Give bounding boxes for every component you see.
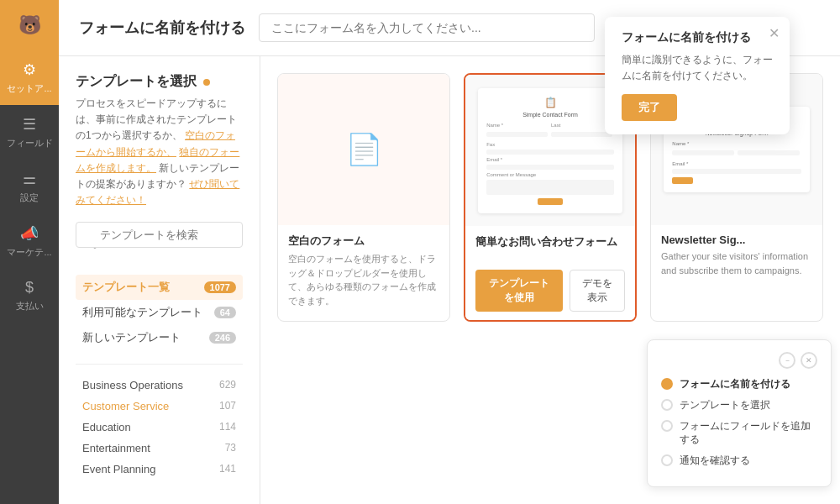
category-customer-service-label: Customer Service <box>82 400 169 412</box>
category-event-planning-label: Event Planning <box>82 463 155 475</box>
marketing-icon: 📣 <box>20 224 39 243</box>
filter-list: テンプレート一覧 1077 利用可能なテンプレート 64 新しいテンプレート 2… <box>76 275 243 350</box>
filter-new-count: 246 <box>209 332 236 344</box>
sidebar-item-label: 設定 <box>20 192 39 204</box>
blank-form-icon: 📄 <box>345 132 383 167</box>
tooltip-description: 簡単に識別できるように、フォームに名前を付けてください。 <box>622 52 773 84</box>
filter-all-count: 1077 <box>204 281 236 293</box>
blank-desc: 空白のフォームを使用すると、ドラッグ＆ドロップビルダーを使用して、あらゆる種類の… <box>288 252 439 307</box>
mini-form: 📋 Simple Contact Form Name * Last Fax Em <box>478 88 622 213</box>
section-description: プロセスをスピードアップするには、事前に作成されたテンプレートの1つから選択する… <box>76 96 243 208</box>
contact-info: 簡単なお問い合わせフォーム <box>465 226 635 261</box>
contact-actions: テンプレートを使用 デモを表示 <box>465 261 635 320</box>
filter-available-count: 64 <box>214 307 236 318</box>
search-wrapper: 🔍 <box>76 222 243 261</box>
progress-label-2: テンプレートを選択 <box>680 398 770 412</box>
mini-form-icon: 📋 <box>486 97 614 108</box>
progress-radio-2 <box>661 399 673 411</box>
sidebar: 🐻 ⚙ セットア... ☰ フィールド ⚌ 設定 📣 マーケテ... $ 支払い <box>0 0 59 504</box>
category-education-label: Education <box>82 421 131 433</box>
section-title: テンプレートを選択 <box>76 73 243 91</box>
progress-step-2: テンプレートを選択 <box>661 398 817 412</box>
page-title: フォームに名前を付ける <box>79 18 245 38</box>
section-title-text: テンプレートを選択 <box>76 73 197 91</box>
progress-radio-3 <box>661 420 673 432</box>
progress-step-4: 通知を確認する <box>661 454 817 468</box>
category-customer-service-count: 107 <box>219 400 236 412</box>
category-business[interactable]: Business Operations 629 <box>76 375 243 396</box>
progress-actions: － ✕ <box>779 352 817 369</box>
contact-name: 簡単なお問い合わせフォーム <box>475 234 625 249</box>
settings-icon: ⚌ <box>23 170 36 188</box>
filter-new-label: 新しいテンプレート <box>82 330 181 345</box>
tooltip-popup: ✕ フォームに名前を付ける 簡単に識別できるように、フォームに名前を付けてくださ… <box>605 17 790 134</box>
newsletter-info: Newsletter Sig... Gather your site visit… <box>651 225 822 286</box>
setup-icon: ⚙ <box>23 60 36 79</box>
progress-close[interactable]: ✕ <box>801 352 817 369</box>
progress-minimize[interactable]: － <box>779 352 795 369</box>
category-entertainment-count: 73 <box>225 442 236 454</box>
progress-step-1: フォームに名前を付ける <box>661 377 817 391</box>
category-education[interactable]: Education 114 <box>76 417 243 438</box>
tooltip-title: フォームに名前を付ける <box>622 30 773 45</box>
category-education-count: 114 <box>219 421 236 433</box>
form-name-input[interactable] <box>259 13 595 42</box>
complete-button[interactable]: 完了 <box>622 94 677 121</box>
sidebar-item-setup[interactable]: ⚙ セットア... <box>0 50 59 105</box>
filter-available-label: 利用可能なテンプレート <box>82 305 202 320</box>
filter-available[interactable]: 利用可能なテンプレート 64 <box>76 300 243 325</box>
progress-label-3: フォームにフィールドを追加する <box>680 419 817 448</box>
progress-radio-4 <box>661 454 673 466</box>
category-business-count: 629 <box>219 379 236 391</box>
progress-panel: － ✕ フォームに名前を付ける テンプレートを選択 フォームにフィールドを追加す… <box>647 339 832 487</box>
fields-icon: ☰ <box>23 115 36 134</box>
sidebar-item-settings[interactable]: ⚌ 設定 <box>0 160 59 214</box>
category-list: Business Operations 629 Customer Service… <box>76 364 243 480</box>
progress-radio-1 <box>661 378 673 390</box>
progress-header: － ✕ <box>661 352 817 369</box>
newsletter-name: Newsletter Sig... <box>661 234 812 246</box>
close-icon[interactable]: ✕ <box>769 25 780 41</box>
template-blank[interactable]: 📄 空白のフォーム 空白のフォームを使用すると、ドラッグ＆ドロップビルダーを使用… <box>277 73 450 322</box>
app-logo: 🐻 <box>0 0 59 50</box>
sidebar-item-marketing[interactable]: 📣 マーケテ... <box>0 214 59 269</box>
sidebar-item-fields[interactable]: ☰ フィールド <box>0 105 59 160</box>
blank-preview: 📄 <box>278 74 449 225</box>
sidebar-item-label: マーケテ... <box>7 246 51 259</box>
search-input[interactable] <box>76 222 243 248</box>
sidebar-item-label: セットア... <box>7 82 51 95</box>
newsletter-desc: Gather your site visitors' information a… <box>661 249 812 277</box>
payment-icon: $ <box>25 279 34 297</box>
sidebar-item-label: フィールド <box>7 137 53 150</box>
sidebar-item-payment[interactable]: $ 支払い <box>0 269 59 323</box>
section-dot <box>203 79 210 86</box>
sidebar-item-label: 支払い <box>16 300 44 312</box>
category-business-label: Business Operations <box>82 379 183 391</box>
category-customer-service[interactable]: Customer Service 107 <box>76 396 243 417</box>
blank-name: 空白のフォーム <box>288 234 439 249</box>
mini-form-title: Simple Contact Form <box>486 112 614 118</box>
left-panel: テンプレートを選択 プロセスをスピードアップするには、事前に作成されたテンプレー… <box>59 56 260 504</box>
blank-info: 空白のフォーム 空白のフォームを使用すると、ドラッグ＆ドロップビルダーを使用して… <box>278 225 449 316</box>
filter-all[interactable]: テンプレート一覧 1077 <box>76 275 243 300</box>
filter-new[interactable]: 新しいテンプレート 246 <box>76 325 243 350</box>
category-event-planning-count: 141 <box>219 463 236 475</box>
progress-step-3: フォームにフィールドを追加する <box>661 419 817 448</box>
use-template-button[interactable]: テンプレートを使用 <box>475 270 563 312</box>
category-entertainment-label: Entertainment <box>82 442 150 454</box>
progress-label-4: 通知を確認する <box>680 454 750 468</box>
demo-button[interactable]: デモを表示 <box>570 270 625 312</box>
category-event-planning[interactable]: Event Planning 141 <box>76 459 243 480</box>
progress-label-1: フォームに名前を付ける <box>680 377 790 391</box>
filter-all-label: テンプレート一覧 <box>82 280 170 295</box>
category-entertainment[interactable]: Entertainment 73 <box>76 438 243 459</box>
